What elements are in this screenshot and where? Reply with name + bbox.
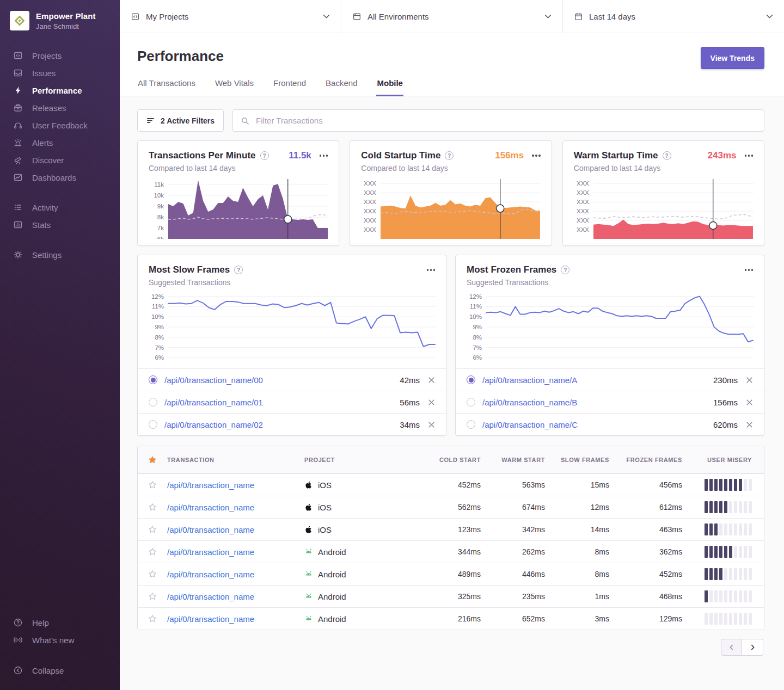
radio-button[interactable]: [467, 420, 475, 429]
sidebar-item-performance[interactable]: Performance: [0, 82, 120, 99]
project-platform-label: iOS: [318, 480, 332, 490]
close-icon[interactable]: [746, 421, 753, 428]
transaction-link[interactable]: /api/0/transaction_name: [167, 570, 254, 579]
col-header-cold-start[interactable]: Cold Start: [416, 457, 481, 463]
sidebar-item-dashboards[interactable]: Dashboards: [0, 169, 120, 186]
slow-frames-value: 1ms: [545, 592, 609, 601]
transaction-duration: 620ms: [713, 420, 738, 429]
view-trends-button[interactable]: View Trends: [701, 47, 764, 69]
transaction-link[interactable]: /api/0/transaction_name/B: [482, 398, 577, 407]
next-page-button[interactable]: [742, 639, 763, 656]
org-switcher[interactable]: Empower Plant Jane Schmidt: [0, 11, 120, 30]
help-circle-icon[interactable]: ?: [445, 151, 454, 160]
card-title: Most Frozen Frames ?: [467, 264, 569, 275]
card-menu-button[interactable]: [532, 152, 541, 159]
svg-text:8k: 8k: [157, 214, 164, 220]
sidebar-item-issues[interactable]: Issues: [0, 64, 120, 82]
tab-all-transactions[interactable]: All Transactions: [137, 78, 196, 96]
active-filters-button[interactable]: 2 Active Filters: [137, 109, 224, 132]
col-header-project[interactable]: Project: [304, 457, 416, 463]
card-menu-button[interactable]: [427, 267, 436, 273]
sidebar-item-alerts[interactable]: Alerts: [0, 134, 120, 151]
tab-web-vitals[interactable]: Web Vitals: [215, 78, 254, 96]
tab-backend[interactable]: Backend: [325, 78, 358, 96]
star-outline-icon[interactable]: [148, 592, 157, 601]
svg-text:7%: 7%: [473, 344, 482, 351]
transaction-link[interactable]: /api/0/transaction_name: [167, 480, 254, 490]
close-icon[interactable]: [428, 421, 435, 428]
project-filter-label: My Projects: [146, 12, 188, 21]
radio-button[interactable]: [149, 420, 157, 429]
transaction-link[interactable]: /api/0/transaction_name: [167, 525, 254, 534]
sidebar-item-settings[interactable]: Settings: [0, 246, 120, 263]
sidebar-item-whats-new[interactable]: What’s new: [0, 631, 120, 649]
sidebar-item-releases[interactable]: Releases: [0, 99, 120, 116]
transaction-link[interactable]: /api/0/transaction_name/A: [482, 375, 577, 385]
sidebar-item-collapse[interactable]: Collapse: [0, 662, 120, 679]
help-circle-icon[interactable]: ?: [663, 151, 671, 160]
card-menu-button[interactable]: [745, 267, 754, 273]
sidebar-footer: HelpWhat’s new Collapse: [0, 614, 120, 679]
col-header-slow-frames[interactable]: Slow Frames: [545, 457, 609, 463]
previous-page-button[interactable]: [721, 639, 742, 656]
radio-button[interactable]: [467, 398, 475, 406]
transaction-link[interactable]: /api/0/transaction_name/00: [164, 375, 263, 385]
date-range-dropdown[interactable]: Last 14 days: [562, 0, 784, 33]
sidebar-item-activity[interactable]: Activity: [0, 199, 120, 216]
tab-mobile[interactable]: Mobile: [376, 78, 403, 96]
user-misery-cell: [682, 568, 764, 580]
col-header-warm-start[interactable]: Warm Start: [481, 457, 545, 463]
star-outline-icon[interactable]: [148, 525, 157, 534]
card-menu-button[interactable]: [320, 152, 328, 159]
svg-text:7k: 7k: [157, 225, 164, 231]
sidebar-item-projects[interactable]: Projects: [0, 47, 120, 64]
page-header: Performance View Trends: [120, 33, 784, 69]
cold-startup-area-chart: XXXXXXXXXXXXXXXXXX: [361, 178, 541, 239]
radio-button[interactable]: [149, 398, 157, 406]
radio-button[interactable]: [467, 375, 475, 384]
transaction-link[interactable]: /api/0/transaction_name/C: [482, 420, 578, 429]
transaction-search-input[interactable]: [255, 115, 756, 126]
star-outline-icon[interactable]: [148, 570, 157, 578]
svg-text:XXX: XXX: [364, 189, 376, 196]
transaction-link[interactable]: /api/0/transaction_name/02: [164, 420, 263, 429]
close-icon[interactable]: [746, 377, 753, 384]
project-filter-dropdown[interactable]: My Projects: [120, 0, 341, 33]
widget-list-item: /api/0/transaction_name/C620ms: [456, 413, 764, 435]
sidebar-item-help[interactable]: Help: [0, 614, 120, 631]
user-misery-cell: [682, 501, 764, 513]
svg-text:XXX: XXX: [364, 180, 376, 187]
star-outline-icon[interactable]: [148, 547, 157, 556]
transaction-link[interactable]: /api/0/transaction_name: [167, 547, 254, 557]
col-header-frozen-frames[interactable]: Frozen Frames: [609, 457, 682, 463]
transaction-link[interactable]: /api/0/transaction_name: [167, 592, 254, 601]
help-circle-icon[interactable]: ?: [561, 266, 569, 274]
radio-button[interactable]: [149, 375, 157, 384]
transaction-link[interactable]: /api/0/transaction_name: [167, 614, 254, 624]
star-outline-icon[interactable]: [148, 503, 157, 512]
cold-start-value: 489ms: [416, 570, 481, 578]
card-menu-button[interactable]: [745, 152, 754, 159]
star-outline-icon[interactable]: [148, 614, 157, 623]
project-cell: iOS: [304, 525, 416, 534]
svg-text:9%: 9%: [155, 324, 164, 330]
transaction-link[interactable]: /api/0/transaction_name/01: [164, 398, 263, 407]
col-header-transaction[interactable]: Transaction: [167, 457, 304, 463]
environment-filter-dropdown[interactable]: All Environments: [341, 0, 562, 33]
col-header-user-misery[interactable]: User Misery: [682, 457, 764, 463]
close-icon[interactable]: [428, 377, 435, 384]
help-circle-icon[interactable]: ?: [234, 266, 243, 274]
star-outline-icon[interactable]: [148, 480, 157, 489]
sidebar-item-stats[interactable]: Stats: [0, 216, 120, 233]
help-circle-icon[interactable]: ?: [260, 151, 269, 160]
sidebar-item-user-feedback[interactable]: User Feedback: [0, 116, 120, 134]
sidebar-item-discover[interactable]: Discover: [0, 151, 120, 169]
chevron-down-icon: [544, 14, 552, 19]
transaction-link[interactable]: /api/0/transaction_name: [167, 503, 254, 512]
close-icon[interactable]: [428, 399, 435, 406]
sidebar-item-label: What’s new: [32, 636, 74, 645]
card-subtitle: Compared to last 14 days: [361, 164, 540, 172]
close-icon[interactable]: [746, 399, 753, 406]
star-filled-icon[interactable]: [148, 455, 157, 464]
tab-frontend[interactable]: Frontend: [273, 78, 307, 96]
